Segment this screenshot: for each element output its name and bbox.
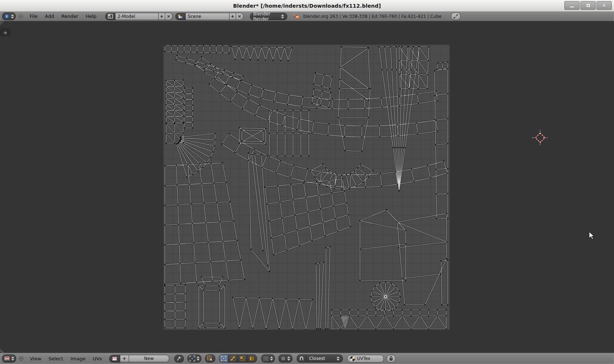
scene-icon-button[interactable]: [175, 13, 186, 20]
info-editor-icon: i: [4, 14, 10, 19]
render-engine-value: Blender Render: [253, 11, 280, 22]
screen-layout-icon-button[interactable]: [105, 13, 115, 20]
scene-selector: Scene + ✕: [175, 13, 243, 20]
collapse-menus-icon-bottom[interactable]: [19, 356, 23, 361]
face-mode-icon: [240, 356, 245, 361]
snap-settings: Closest: [297, 354, 343, 363]
uv-2d-cursor[interactable]: [532, 130, 548, 146]
snap-element-value: Closest: [309, 356, 325, 361]
menu-file[interactable]: File: [26, 14, 41, 19]
window-title: Blender* [/home/indersts/Downloads/fx112…: [233, 3, 381, 9]
proportional-edit-icon: [281, 356, 286, 361]
uv-sync-icon: [207, 356, 213, 361]
uv-map-lock-button[interactable]: [387, 355, 395, 363]
mouse-pointer: [588, 231, 596, 240]
render-engine-dropdown[interactable]: Blender Render: [250, 13, 287, 20]
screen-layout-name-field[interactable]: 2-Model: [115, 13, 159, 20]
uv-selection-mode-buttons: [219, 354, 257, 363]
select-mode-face-button[interactable]: [238, 354, 247, 363]
menu-select[interactable]: Select: [45, 356, 67, 361]
image-editor-icon: [4, 356, 10, 361]
pivot-point-dropdown[interactable]: [187, 354, 201, 363]
blender-logo-icon: [293, 14, 300, 19]
uv-map-selector[interactable]: UVTex: [347, 355, 384, 363]
browse-image-icon: [112, 356, 117, 361]
vertex-mode-icon: [221, 356, 226, 361]
menu-uvs[interactable]: UVs: [89, 356, 106, 361]
scene-name-field[interactable]: Scene: [186, 13, 230, 20]
editor-switch-arrows: [11, 14, 14, 19]
svg-text:i: i: [6, 15, 7, 18]
delete-screen-button[interactable]: ✕: [165, 13, 173, 20]
island-mode-icon: [249, 356, 254, 361]
pivot-arrows: [197, 356, 200, 361]
minimize-icon: [570, 7, 574, 7]
area-corner-grip-bottomleft[interactable]: [0, 348, 5, 353]
sticky-selection-dropdown[interactable]: [261, 354, 275, 363]
render-engine-arrows: [281, 14, 284, 19]
new-image-plus-button[interactable]: +: [120, 355, 129, 362]
select-mode-island-button[interactable]: [247, 354, 257, 363]
edge-mode-icon: [230, 356, 235, 361]
scene-statistics: blender.org 263 | Ve:338-338 | Ed:760-76…: [303, 14, 441, 19]
image-datablock-selector: + New: [109, 355, 169, 363]
editor-switch-arrows-bottom: [11, 356, 14, 361]
proportional-arrows: [287, 356, 290, 361]
sticky-arrows: [270, 356, 273, 361]
select-mode-edge-button[interactable]: [228, 354, 238, 363]
scene-name: Scene: [188, 14, 201, 19]
expand-region-button[interactable]: +: [0, 29, 10, 36]
pin-icon: [177, 356, 181, 361]
editor-type-dropdown-info[interactable]: i: [2, 12, 16, 20]
menu-render[interactable]: Render: [58, 14, 82, 19]
delete-scene-button[interactable]: ✕: [236, 13, 243, 20]
pin-button[interactable]: [174, 355, 184, 363]
screen-layout-icon: [108, 14, 113, 19]
editor-type-dropdown-image[interactable]: [2, 354, 16, 363]
magnet-icon: [299, 356, 304, 361]
collapse-menus-icon[interactable]: [19, 14, 23, 19]
maximize-button[interactable]: [580, 1, 596, 10]
pivot-center-icon: [189, 356, 195, 361]
add-screen-button[interactable]: +: [159, 13, 165, 20]
sticky-selection-icon: [263, 356, 269, 361]
uv-unwrap-mesh[interactable]: [163, 45, 450, 330]
menu-help[interactable]: Help: [82, 14, 100, 19]
area-corner-grip-topleft[interactable]: [0, 21, 5, 26]
screen-layout-selector: 2-Model + ✕: [105, 13, 173, 20]
snap-element-dropdown[interactable]: Closest: [306, 354, 343, 363]
minimize-button[interactable]: [564, 1, 580, 10]
close-button[interactable]: ✕: [596, 1, 612, 10]
window-controls: ✕: [564, 1, 612, 10]
maximize-icon: [587, 4, 590, 7]
scene-icon: [178, 14, 183, 19]
menu-add[interactable]: Add: [41, 14, 58, 19]
uv-map-name: UVTex: [357, 356, 371, 361]
lock-icon: [389, 356, 393, 361]
fullscreen-icon: [453, 14, 458, 19]
uv-texture-icon: [350, 356, 355, 361]
browse-image-button[interactable]: [109, 355, 120, 363]
uv-sync-selection-toggle[interactable]: [205, 354, 215, 363]
fullscreen-toggle-button[interactable]: [451, 12, 460, 20]
snap-toggle-button[interactable]: [297, 354, 306, 363]
uv-grid-square[interactable]: [163, 45, 450, 330]
proportional-edit-dropdown[interactable]: [278, 354, 292, 363]
screen-layout-name: 2-Model: [118, 14, 135, 19]
blender-window: Blender* [/home/indersts/Downloads/fx112…: [0, 0, 614, 364]
new-image-button[interactable]: New: [129, 355, 169, 362]
add-scene-button[interactable]: +: [230, 13, 236, 20]
select-mode-vertex-button[interactable]: [219, 354, 228, 363]
uv-editor-header: View Select Image UVs + New: [0, 353, 614, 364]
snap-arrows: [337, 356, 340, 361]
info-header: i File Add Render Help 2-Model + ✕: [0, 12, 614, 21]
uv-image-editor-canvas[interactable]: +: [0, 21, 614, 353]
titlebar: Blender* [/home/indersts/Downloads/fx112…: [0, 0, 614, 12]
menu-image[interactable]: Image: [67, 356, 89, 361]
menu-view[interactable]: View: [26, 356, 45, 361]
